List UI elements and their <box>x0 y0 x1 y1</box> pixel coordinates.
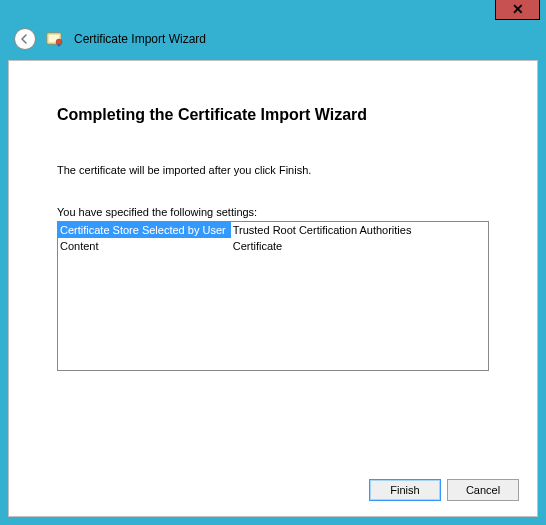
table-row[interactable]: Certificate Store Selected by UserTruste… <box>58 222 416 238</box>
wizard-title: Certificate Import Wizard <box>74 32 206 46</box>
setting-value: Trusted Root Certification Authorities <box>231 222 417 238</box>
close-button[interactable]: ✕ <box>495 0 540 20</box>
settings-list[interactable]: Certificate Store Selected by UserTruste… <box>57 221 489 371</box>
page-heading: Completing the Certificate Import Wizard <box>57 106 489 124</box>
instruction-text: The certificate will be imported after y… <box>57 164 489 176</box>
wizard-panel: Completing the Certificate Import Wizard… <box>8 60 538 517</box>
settings-label: You have specified the following setting… <box>57 206 489 218</box>
table-row[interactable]: ContentCertificate <box>58 238 416 254</box>
wizard-header: Certificate Import Wizard <box>0 23 546 55</box>
setting-key: Certificate Store Selected by User <box>58 222 231 238</box>
setting-key: Content <box>58 238 231 254</box>
finish-button[interactable]: Finish <box>369 479 441 501</box>
title-bar: ✕ <box>0 0 546 23</box>
setting-value: Certificate <box>231 238 417 254</box>
back-arrow-icon <box>19 33 31 45</box>
cancel-button[interactable]: Cancel <box>447 479 519 501</box>
button-row: Finish Cancel <box>369 479 519 501</box>
close-icon: ✕ <box>512 1 524 17</box>
certificate-wizard-icon <box>46 30 64 48</box>
back-button[interactable] <box>14 28 36 50</box>
